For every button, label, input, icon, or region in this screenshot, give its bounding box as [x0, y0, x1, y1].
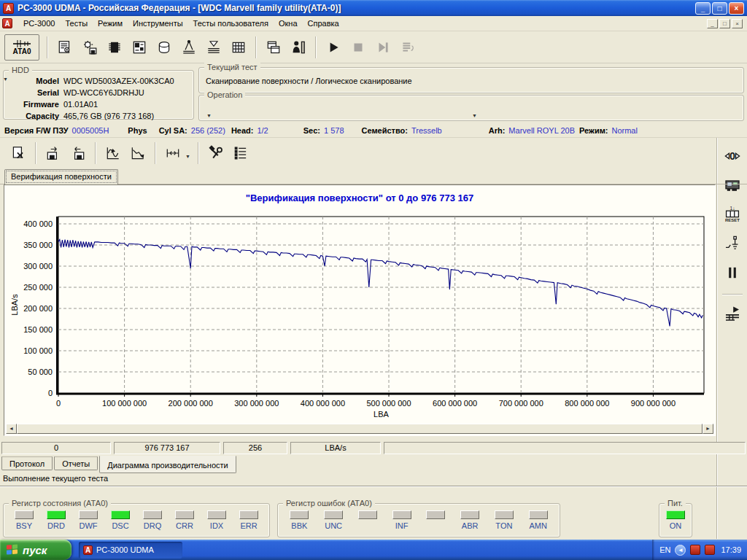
measure-icon — [181, 39, 197, 55]
bus-start-icon — [724, 305, 741, 322]
scroll-right-arrow[interactable]: ► — [703, 424, 713, 434]
chart-floppy-save-button[interactable] — [41, 141, 66, 166]
bottom-tab-2[interactable]: Диаграмма производительности — [99, 456, 236, 473]
menu-item-5[interactable]: Окна — [274, 18, 303, 29]
power-led-holder: ON — [659, 504, 692, 530]
tab-surface-verification[interactable]: Верификация поверхности — [4, 169, 118, 184]
rail-zero-position-button[interactable]: 0 — [720, 144, 745, 168]
chart-decline-view-button[interactable] — [125, 141, 150, 166]
main-grid-sectors-button[interactable] — [226, 35, 251, 60]
tray-icon-pc3000-2[interactable] — [705, 545, 715, 555]
rail-power-pin-button[interactable] — [720, 231, 745, 256]
fw-status-item: Phys — [128, 126, 147, 135]
fw-status-label: Режим: — [579, 126, 608, 135]
task-list-icon — [400, 39, 416, 55]
main-stop-button[interactable] — [346, 35, 371, 60]
fw-status-label: Версия F/W ПЗУ — [4, 126, 69, 135]
close-button[interactable]: × — [729, 2, 744, 15]
main-disk-cylinder-button[interactable] — [152, 35, 177, 60]
toolbar-separator — [155, 142, 156, 164]
start-button[interactable]: пуск — [0, 540, 71, 560]
led-item-blank — [423, 510, 448, 530]
scrollbar-thumb[interactable] — [17, 424, 703, 434]
main-chip-button[interactable] — [102, 35, 127, 60]
rail-pci-card-button[interactable] — [720, 173, 745, 198]
menu-item-6[interactable]: Справка — [303, 18, 344, 29]
led-indicator-AMN — [529, 510, 548, 519]
plot-area — [58, 217, 704, 393]
main-user-exit-button[interactable] — [286, 35, 311, 60]
menu-item-3[interactable]: Инструменты — [128, 18, 188, 29]
main-resource-map-button[interactable] — [127, 35, 152, 60]
chart-wave-view-button[interactable] — [101, 141, 125, 166]
minimize-button[interactable]: _ — [695, 2, 711, 15]
main-step-forward-button[interactable] — [371, 35, 395, 60]
led-item-power: ON — [664, 510, 687, 530]
hdd-field-row: Firmware01.01A01 — [4, 98, 193, 110]
fw-status-label: Arh: — [489, 126, 506, 135]
scroll-left-arrow[interactable]: ◄ — [6, 424, 17, 434]
interval-dropdown-arrow[interactable]: ▼ — [185, 154, 190, 159]
mdi-child-icon: А — [2, 18, 12, 28]
main-windows-cascade-button[interactable] — [261, 35, 286, 60]
chart-doc-clear-button[interactable] — [6, 141, 31, 166]
grid-sectors-icon — [231, 39, 247, 55]
ata0-label: АТА0 — [13, 48, 31, 55]
power-group-label: Пит. — [665, 499, 686, 508]
menu-item-2[interactable]: Режим — [93, 18, 128, 29]
led-item-ERR: ERR — [236, 510, 261, 530]
bottom-tab-1[interactable]: Отчеты — [54, 456, 98, 470]
tools-icon — [208, 145, 224, 161]
y-tick-label: 150 000 — [23, 325, 53, 334]
operation-combo-arrow-2[interactable]: ▼ — [472, 113, 477, 118]
main-utility-setup-button[interactable] — [77, 35, 102, 60]
operation-combo-arrow-1[interactable]: ▼ — [206, 113, 212, 118]
hdd-groupbox: HDD ▼ ModelWDC WD5003AZEX-00K3CA0SerialW… — [3, 70, 194, 120]
main-play-button[interactable] — [321, 35, 346, 60]
y-tick-label: 50 000 — [28, 368, 53, 376]
x-tick-label: 700 000 000 — [499, 399, 543, 408]
mdi-minimize-button[interactable]: _ — [707, 19, 718, 28]
main-passport-button[interactable] — [53, 35, 77, 60]
step-forward-icon — [375, 39, 391, 55]
chart-interval-button[interactable] — [160, 141, 185, 166]
tray-icon-pc3000-1[interactable] — [690, 545, 700, 555]
led-label: DRQ — [144, 521, 161, 530]
rail-separator — [722, 294, 743, 295]
mdi-restore-button[interactable]: □ — [719, 19, 730, 28]
hide-icons-chevron[interactable]: ◄ — [675, 545, 686, 556]
led-indicator-IDX — [207, 510, 226, 519]
rail-reset-counter-button[interactable]: 1↓RESET — [720, 202, 745, 227]
current-test-groupbox: Текущий тест Сканирование поверхности / … — [198, 67, 744, 93]
maximize-button[interactable]: □ — [712, 2, 727, 15]
disk-cylinder-icon — [156, 39, 172, 55]
language-indicator[interactable]: EN — [659, 545, 670, 554]
mdi-close-button[interactable]: × — [732, 19, 743, 28]
rail-bus-start-button[interactable] — [720, 301, 745, 326]
ata0-port-button[interactable]: АТА0 — [4, 34, 39, 61]
taskbar-task-pc3000[interactable]: А PC-3000 UDMA — [79, 542, 182, 559]
led-item-DRD: DRD — [44, 510, 69, 530]
main-filter-button[interactable] — [201, 35, 226, 60]
main-task-list-button[interactable] — [395, 35, 420, 60]
passport-icon — [57, 39, 73, 55]
menu-item-0[interactable]: PC-3000 — [18, 18, 60, 29]
rail-pause-button[interactable] — [720, 260, 745, 285]
bottom-tab-0[interactable]: Протокол — [1, 456, 53, 470]
hdd-fields: ModelWDC WD5003AZEX-00K3CA0SerialWD-WCC6… — [4, 71, 193, 122]
fw-status-value: Tresselb — [411, 126, 442, 135]
hdd-dropdown-arrow[interactable]: ▼ — [3, 77, 8, 82]
chart-floppy-load-button[interactable] — [66, 141, 90, 166]
chart-script-list-button[interactable] — [228, 141, 253, 166]
main-measure-button[interactable] — [177, 35, 201, 60]
taskbar: пуск А PC-3000 UDMA EN ◄ 17:39 — [0, 540, 747, 560]
x-tick-label: 400 000 000 — [301, 399, 345, 408]
menu-item-1[interactable]: Тесты — [60, 18, 93, 29]
led-indicator-ABR — [460, 510, 479, 519]
chart-tools-button[interactable] — [204, 141, 228, 166]
x-axis — [56, 393, 704, 395]
operation-label: Operation — [204, 90, 245, 99]
hdd-field-label: Serial — [4, 88, 63, 97]
menu-item-4[interactable]: Тесты пользователя — [188, 18, 274, 29]
led-item-BSY: BSY — [12, 510, 36, 530]
